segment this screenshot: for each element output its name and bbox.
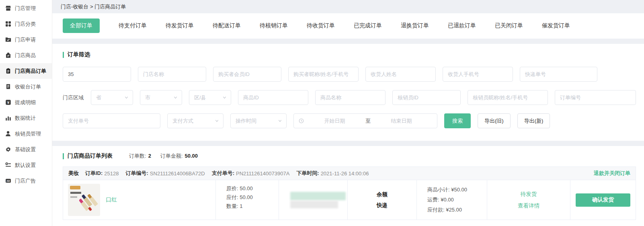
- search-button[interactable]: 搜索: [444, 113, 471, 128]
- date-range-picker[interactable]: 开始日期 至 结束日期: [293, 113, 437, 128]
- sidebar: 门店管理 门店分类 门店申请 门店商品 门店商品订单 收银台订单 ¥ 提成明细: [0, 0, 52, 226]
- tab-refunded[interactable]: 已退款订单: [448, 22, 476, 29]
- svg-text:AD: AD: [6, 180, 10, 182]
- city-select[interactable]: 市: [140, 90, 182, 105]
- store-name-input[interactable]: [138, 67, 206, 82]
- sidebar-item-commission-detail[interactable]: ¥ 提成明细: [0, 95, 52, 110]
- payment-no-input[interactable]: [63, 113, 160, 128]
- price-cell: 原价: 50.00 应付: 50.00 数量: 1: [216, 180, 279, 220]
- product-badge: [70, 186, 80, 189]
- order-list-title: 门店商品订单列表: [63, 152, 113, 160]
- buyer-member-id-input[interactable]: [213, 67, 281, 82]
- tab-pending-verification[interactable]: 待核销订单: [260, 22, 288, 29]
- subtotal-value: ¥50.00: [451, 187, 467, 193]
- start-date-placeholder[interactable]: 开始日期: [304, 117, 365, 125]
- ad-icon: AD: [5, 178, 11, 184]
- tracking-no-input[interactable]: [520, 67, 597, 82]
- product-id-input[interactable]: [238, 90, 308, 105]
- tab-all-orders[interactable]: 全部订单: [63, 18, 100, 33]
- breadcrumb: 门店-收银台 > 门店商品订单: [52, 0, 644, 13]
- sidebar-item-store-goods[interactable]: 门店商品: [0, 47, 52, 63]
- export-old-button[interactable]: 导出(旧): [478, 113, 511, 128]
- pay-no-value: PN211126140073907A: [236, 171, 289, 177]
- sidebar-item-cashier-orders[interactable]: 收银台订单: [0, 79, 52, 95]
- receipt-icon: [5, 84, 11, 90]
- product-name-link[interactable]: 口红: [106, 196, 117, 203]
- tab-pending-shipment[interactable]: 待发货订单: [166, 22, 194, 29]
- export-new-button[interactable]: 导出(新): [517, 113, 550, 128]
- sidebar-item-store-manage[interactable]: 门店管理: [0, 0, 52, 16]
- chart-icon: [5, 115, 11, 121]
- sidebar-item-label: 数据统计: [15, 115, 36, 122]
- sidebar-item-label: 收银台订单: [15, 83, 41, 90]
- breadcrumb-text: 门店-收银台 > 门店商品订单: [61, 3, 126, 10]
- tab-pending-delivery[interactable]: 待配送订单: [213, 22, 241, 29]
- filter-row-3: 支付方式 操作时间 开始日期 至 结束日期 搜索 导出(旧) 导出(新): [63, 113, 636, 128]
- status-badge: 待发货: [521, 188, 537, 200]
- sliders-icon: [5, 162, 11, 168]
- filter-row-1: [63, 67, 636, 82]
- clock-icon: [299, 118, 304, 123]
- clipboard-icon: [5, 68, 11, 74]
- order-list-section: 门店商品订单列表 订单数:2 订单金额:50.00 美妆 订单ID: 25128…: [52, 146, 644, 226]
- storefront-icon: [5, 5, 11, 11]
- yen-icon: ¥: [5, 99, 11, 105]
- sidebar-item-default-settings[interactable]: 默认设置: [0, 157, 52, 173]
- confirm-ship-button[interactable]: 确认发货: [576, 193, 630, 207]
- operation-time-select[interactable]: 操作时间: [230, 113, 287, 128]
- product-image-text-bar: [70, 196, 77, 198]
- verifier-info-input[interactable]: [468, 90, 548, 105]
- tab-pending-receipt[interactable]: 待收货订单: [307, 22, 335, 29]
- order-amount: 订单金额:50.00: [160, 152, 198, 160]
- consignee-phone-input[interactable]: [443, 67, 513, 82]
- sidebar-item-data-statistics[interactable]: 数据统计: [0, 110, 52, 126]
- tab-completed[interactable]: 已完成订单: [354, 22, 382, 29]
- product-name-input[interactable]: [315, 90, 386, 105]
- pay-method-select[interactable]: 支付方式: [167, 113, 224, 128]
- filter-row-2: 门店区域 省 市 区/县: [63, 90, 636, 105]
- order-no-input[interactable]: [555, 90, 636, 105]
- lipstick-art: [79, 190, 99, 215]
- sidebar-item-basic-settings[interactable]: 基础设置: [0, 142, 52, 157]
- date-range-to-label: 至: [365, 117, 371, 125]
- province-select[interactable]: 省: [91, 90, 133, 105]
- order-no-value: SN21112614006BA72D: [150, 171, 205, 177]
- status-cell: 待发货 查看详情: [487, 180, 570, 220]
- folder-check-icon: [5, 37, 11, 43]
- district-select[interactable]: 区/县: [189, 90, 231, 105]
- buyer-info-redacted: [290, 192, 346, 200]
- product-cell: 口红: [63, 180, 216, 220]
- end-date-placeholder[interactable]: 结束日期: [371, 117, 432, 125]
- person-icon: [5, 131, 11, 137]
- order-list-header: 门店商品订单列表 订单数:2 订单金额:50.00: [63, 152, 636, 160]
- consignee-name-input[interactable]: [365, 67, 436, 82]
- sidebar-item-store-category[interactable]: 门店分类: [0, 16, 52, 32]
- totals-cell: 商品小计: ¥50.00 运费: ¥0.00 应付款: ¥25.00: [417, 180, 487, 220]
- sidebar-item-store-apply[interactable]: 门店申请: [0, 32, 52, 47]
- chevron-down-icon: [173, 95, 178, 100]
- sidebar-item-verifier-manage[interactable]: 核销员管理: [0, 126, 52, 142]
- order-item-row: 口红 原价: 50.00 应付: 50.00 数量: 1 余额 快递: [63, 180, 636, 220]
- product-image: [68, 184, 100, 216]
- verifier-id-input[interactable]: [392, 90, 461, 105]
- view-detail-link[interactable]: 查看详情: [518, 200, 539, 212]
- tab-closed[interactable]: 已关闭订单: [495, 22, 523, 29]
- bag-icon: [5, 52, 11, 58]
- qty-value: 1: [240, 203, 242, 209]
- pay-delivery-cell: 余额 快递: [348, 180, 417, 220]
- main-area: 门店-收银台 > 门店商品订单 全部订单 待支付订单 待发货订单 待配送订单 待…: [52, 0, 644, 226]
- buyer-info-input[interactable]: [288, 67, 359, 82]
- refund-close-order-link[interactable]: 退款并关闭订单: [594, 170, 630, 177]
- divider-strip: [52, 39, 644, 44]
- sidebar-item-label: 门店商品: [15, 52, 36, 59]
- freight-value: ¥0.00: [441, 197, 454, 203]
- tab-urge-shipment[interactable]: 催发货订单: [542, 22, 570, 29]
- app-root: 门店管理 门店分类 门店申请 门店商品 门店商品订单 收银台订单 ¥ 提成明细: [0, 0, 644, 226]
- tab-pending-payment[interactable]: 待支付订单: [119, 22, 147, 29]
- order-id-value: 25128: [104, 171, 119, 177]
- sidebar-item-store-ads[interactable]: AD 门店广告: [0, 173, 52, 189]
- store-id-input[interactable]: [63, 67, 131, 82]
- action-cell: 确认发货: [570, 180, 636, 220]
- sidebar-item-store-goods-orders[interactable]: 门店商品订单: [0, 63, 52, 79]
- tab-return-exchange[interactable]: 退换货订单: [401, 22, 429, 29]
